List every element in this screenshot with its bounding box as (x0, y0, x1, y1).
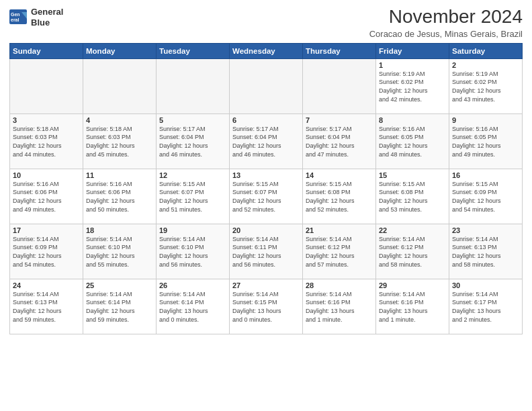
day-cell: 25Sunrise: 5:14 AMSunset: 6:14 PMDayligh… (83, 279, 157, 334)
day-number: 13 (232, 171, 300, 179)
logo: Gen eral General Blue (9, 7, 63, 28)
day-cell (230, 58, 303, 113)
day-info: Sunrise: 5:16 AMSunset: 6:05 PMDaylight:… (379, 125, 446, 158)
day-info: Sunrise: 5:14 AMSunset: 6:16 PMDaylight:… (379, 290, 446, 324)
day-info: Sunrise: 5:16 AMSunset: 6:06 PMDaylight:… (86, 180, 153, 214)
day-info: Sunrise: 5:15 AMSunset: 6:07 PMDaylight:… (232, 180, 300, 214)
day-number: 18 (86, 226, 153, 234)
day-info: Sunrise: 5:15 AMSunset: 6:08 PMDaylight:… (306, 180, 373, 214)
day-number: 20 (232, 226, 300, 234)
day-number: 22 (379, 226, 446, 234)
header-row: SundayMondayTuesdayWednesdayThursdayFrid… (10, 43, 523, 58)
day-number: 23 (452, 226, 519, 234)
day-cell: 5Sunrise: 5:17 AMSunset: 6:04 PMDaylight… (157, 113, 230, 169)
calendar-table: SundayMondayTuesdayWednesdayThursdayFrid… (9, 43, 523, 334)
day-info: Sunrise: 5:18 AMSunset: 6:03 PMDaylight:… (86, 125, 153, 158)
day-cell: 24Sunrise: 5:14 AMSunset: 6:13 PMDayligh… (10, 279, 83, 334)
day-number: 25 (86, 281, 153, 289)
logo-line2: Blue (31, 17, 63, 28)
day-info: Sunrise: 5:14 AMSunset: 6:10 PMDaylight:… (159, 235, 226, 269)
logo-text: General Blue (31, 7, 63, 28)
day-info: Sunrise: 5:14 AMSunset: 6:12 PMDaylight:… (306, 235, 373, 269)
header-friday: Friday (376, 43, 449, 58)
day-cell: 18Sunrise: 5:14 AMSunset: 6:10 PMDayligh… (83, 224, 157, 279)
header-sunday: Sunday (10, 43, 83, 58)
day-info: Sunrise: 5:19 AMSunset: 6:02 PMDaylight:… (452, 70, 519, 103)
calendar-page: Gen eral General Blue November 2024 Cora… (0, 0, 532, 411)
day-cell: 4Sunrise: 5:18 AMSunset: 6:03 PMDaylight… (83, 113, 157, 169)
day-cell: 13Sunrise: 5:15 AMSunset: 6:07 PMDayligh… (230, 169, 303, 224)
svg-text:Gen: Gen (11, 12, 20, 17)
day-info: Sunrise: 5:17 AMSunset: 6:04 PMDaylight:… (159, 125, 226, 158)
day-number: 30 (452, 281, 519, 289)
day-cell: 10Sunrise: 5:16 AMSunset: 6:06 PMDayligh… (10, 169, 83, 224)
header-tuesday: Tuesday (157, 43, 230, 58)
day-cell: 8Sunrise: 5:16 AMSunset: 6:05 PMDaylight… (376, 113, 449, 169)
title-block: November 2024 Coracao de Jesus, Minas Ge… (369, 7, 523, 39)
day-info: Sunrise: 5:14 AMSunset: 6:13 PMDaylight:… (452, 235, 519, 269)
day-info: Sunrise: 5:14 AMSunset: 6:09 PMDaylight:… (13, 235, 80, 269)
day-number: 16 (452, 171, 519, 179)
logo-line1: General (31, 7, 63, 17)
logo-icon: Gen eral (9, 9, 28, 26)
day-info: Sunrise: 5:14 AMSunset: 6:14 PMDaylight:… (86, 290, 153, 324)
header-wednesday: Wednesday (230, 43, 303, 58)
day-cell: 3Sunrise: 5:18 AMSunset: 6:03 PMDaylight… (10, 113, 83, 169)
day-info: Sunrise: 5:17 AMSunset: 6:04 PMDaylight:… (232, 125, 300, 158)
page-header: Gen eral General Blue November 2024 Cora… (9, 7, 523, 39)
day-number: 6 (232, 116, 300, 124)
day-cell (10, 58, 83, 113)
header-saturday: Saturday (449, 43, 523, 58)
day-info: Sunrise: 5:14 AMSunset: 6:10 PMDaylight:… (86, 235, 153, 269)
day-number: 15 (379, 171, 446, 179)
day-cell: 1Sunrise: 5:19 AMSunset: 6:02 PMDaylight… (376, 58, 449, 113)
week-row-2: 3Sunrise: 5:18 AMSunset: 6:03 PMDaylight… (10, 113, 523, 169)
day-info: Sunrise: 5:18 AMSunset: 6:03 PMDaylight:… (13, 125, 80, 158)
day-number: 21 (306, 226, 373, 234)
day-cell: 6Sunrise: 5:17 AMSunset: 6:04 PMDaylight… (230, 113, 303, 169)
day-cell: 16Sunrise: 5:15 AMSunset: 6:09 PMDayligh… (449, 169, 523, 224)
day-cell: 21Sunrise: 5:14 AMSunset: 6:12 PMDayligh… (303, 224, 376, 279)
day-number: 7 (306, 116, 373, 124)
day-cell (157, 58, 230, 113)
day-cell: 22Sunrise: 5:14 AMSunset: 6:12 PMDayligh… (376, 224, 449, 279)
header-monday: Monday (83, 43, 157, 58)
day-number: 10 (13, 171, 80, 179)
day-cell: 2Sunrise: 5:19 AMSunset: 6:02 PMDaylight… (449, 58, 523, 113)
day-number: 19 (159, 226, 226, 234)
day-info: Sunrise: 5:14 AMSunset: 6:12 PMDaylight:… (379, 235, 446, 269)
day-cell: 29Sunrise: 5:14 AMSunset: 6:16 PMDayligh… (376, 279, 449, 334)
day-number: 26 (159, 281, 226, 289)
day-cell: 28Sunrise: 5:14 AMSunset: 6:16 PMDayligh… (303, 279, 376, 334)
week-row-3: 10Sunrise: 5:16 AMSunset: 6:06 PMDayligh… (10, 169, 523, 224)
day-info: Sunrise: 5:19 AMSunset: 6:02 PMDaylight:… (379, 70, 446, 103)
day-info: Sunrise: 5:15 AMSunset: 6:09 PMDaylight:… (452, 180, 519, 214)
day-cell: 26Sunrise: 5:14 AMSunset: 6:14 PMDayligh… (157, 279, 230, 334)
day-info: Sunrise: 5:14 AMSunset: 6:15 PMDaylight:… (232, 290, 300, 324)
day-number: 29 (379, 281, 446, 289)
svg-text:eral: eral (11, 17, 19, 22)
day-cell: 30Sunrise: 5:14 AMSunset: 6:17 PMDayligh… (449, 279, 523, 334)
day-number: 9 (452, 116, 519, 124)
day-number: 8 (379, 116, 446, 124)
day-info: Sunrise: 5:14 AMSunset: 6:11 PMDaylight:… (232, 235, 300, 269)
day-info: Sunrise: 5:14 AMSunset: 6:17 PMDaylight:… (452, 290, 519, 324)
day-cell: 19Sunrise: 5:14 AMSunset: 6:10 PMDayligh… (157, 224, 230, 279)
day-number: 3 (13, 116, 80, 124)
day-number: 28 (306, 281, 373, 289)
month-title: November 2024 (369, 7, 523, 28)
day-cell: 11Sunrise: 5:16 AMSunset: 6:06 PMDayligh… (83, 169, 157, 224)
day-number: 27 (232, 281, 300, 289)
day-cell: 23Sunrise: 5:14 AMSunset: 6:13 PMDayligh… (449, 224, 523, 279)
day-info: Sunrise: 5:15 AMSunset: 6:08 PMDaylight:… (379, 180, 446, 214)
day-info: Sunrise: 5:17 AMSunset: 6:04 PMDaylight:… (306, 125, 373, 158)
day-number: 12 (159, 171, 226, 179)
day-number: 5 (159, 116, 226, 124)
day-number: 1 (379, 61, 446, 69)
location-subtitle: Coracao de Jesus, Minas Gerais, Brazil (369, 29, 523, 39)
day-cell (83, 58, 157, 113)
day-cell: 20Sunrise: 5:14 AMSunset: 6:11 PMDayligh… (230, 224, 303, 279)
day-cell: 12Sunrise: 5:15 AMSunset: 6:07 PMDayligh… (157, 169, 230, 224)
day-number: 17 (13, 226, 80, 234)
day-info: Sunrise: 5:16 AMSunset: 6:06 PMDaylight:… (13, 180, 80, 214)
